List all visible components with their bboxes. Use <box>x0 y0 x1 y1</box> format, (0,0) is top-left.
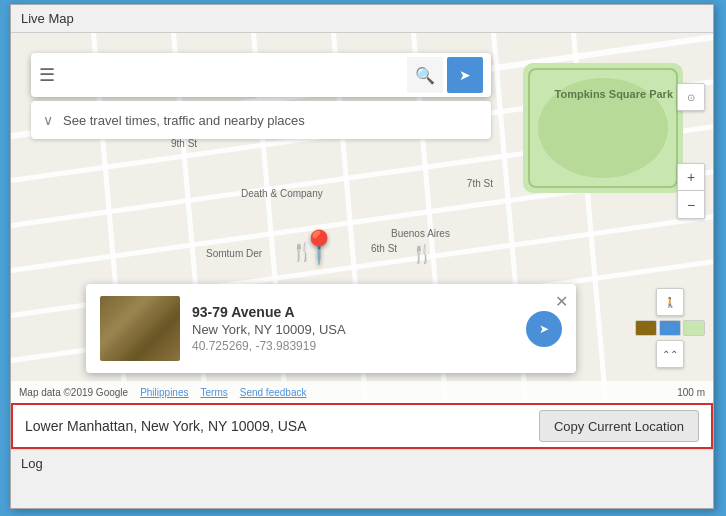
directions-button[interactable]: ➤ <box>447 57 483 93</box>
park-label: Tompkins Square Park <box>555 88 673 100</box>
street-death-company: Death & Company <box>241 188 323 199</box>
attribution-terms[interactable]: Terms <box>201 387 228 398</box>
log-label: Log <box>21 456 43 471</box>
attribution-philippines[interactable]: Philippines <box>140 387 188 398</box>
attribution-scale: 100 m <box>677 387 705 398</box>
info-city: New York, NY 10009, USA <box>192 322 518 337</box>
location-text: Lower Manhattan, New York, NY 10009, USA <box>25 418 539 434</box>
restaurant-icon-2: 🍴 <box>411 243 433 265</box>
info-address: 93-79 Avenue A <box>192 304 518 320</box>
chevron-down-icon: ∨ <box>43 112 53 128</box>
layer-thumbnail-1[interactable] <box>635 320 657 336</box>
info-directions-button[interactable]: ➤ <box>526 311 562 347</box>
zoom-controls: + − <box>677 163 705 219</box>
compass-button[interactable]: ⊙ <box>677 83 705 111</box>
map-attribution: Map data ©2019 Google Philippines Terms … <box>11 381 713 403</box>
main-window: Live Map Tompkins Square Park Death & Co… <box>10 4 714 509</box>
street-7th: 7th St <box>467 178 493 189</box>
map-pin: 📍 <box>299 228 339 266</box>
info-close-button[interactable]: ✕ <box>555 292 568 311</box>
tompkins-park <box>523 63 683 193</box>
travel-text: See travel times, traffic and nearby pla… <box>63 113 305 128</box>
attribution-feedback[interactable]: Send feedback <box>240 387 307 398</box>
zoom-in-button[interactable]: + <box>677 163 705 191</box>
layer-thumbnail-3[interactable] <box>683 320 705 336</box>
log-section: Log <box>11 449 713 479</box>
map-container[interactable]: Tompkins Square Park Death & Company Bue… <box>11 33 713 403</box>
street-view-button[interactable]: 🚶 <box>656 288 684 316</box>
info-directions-icon: ➤ <box>539 322 549 336</box>
window-title: Live Map <box>21 11 74 26</box>
map-controls: ⊙ <box>677 83 705 111</box>
zoom-out-button[interactable]: − <box>677 191 705 219</box>
location-bar: Lower Manhattan, New York, NY 10009, USA… <box>11 403 713 449</box>
street-somtum-der: Somtum Der <box>206 248 262 259</box>
bottom-controls: 🚶 ⌃⌃ <box>635 288 705 368</box>
street-buenos-aires: Buenos Aires <box>391 228 450 239</box>
search-input[interactable] <box>67 53 403 97</box>
copy-location-button[interactable]: Copy Current Location <box>539 410 699 442</box>
street-6th: 6th St <box>371 243 397 254</box>
hamburger-icon[interactable]: ☰ <box>39 64 55 86</box>
search-icon: 🔍 <box>415 66 435 85</box>
street-9th: 9th St <box>171 138 197 149</box>
title-bar: Live Map <box>11 5 713 33</box>
expand-button[interactable]: ⌃⌃ <box>656 340 684 368</box>
info-details: 93-79 Avenue A New York, NY 10009, USA 4… <box>192 304 518 353</box>
map-info-box: 93-79 Avenue A New York, NY 10009, USA 4… <box>86 284 576 373</box>
travel-bar[interactable]: ∨ See travel times, traffic and nearby p… <box>31 101 491 139</box>
info-coords: 40.725269, -73.983919 <box>192 339 518 353</box>
layer-thumbnail-2[interactable] <box>659 320 681 336</box>
map-search-bar: ☰ 🔍 ➤ <box>31 53 491 97</box>
search-button[interactable]: 🔍 <box>407 57 443 93</box>
attribution-google: Map data ©2019 Google <box>19 387 128 398</box>
info-thumbnail[interactable] <box>100 296 180 361</box>
directions-icon: ➤ <box>459 67 471 83</box>
